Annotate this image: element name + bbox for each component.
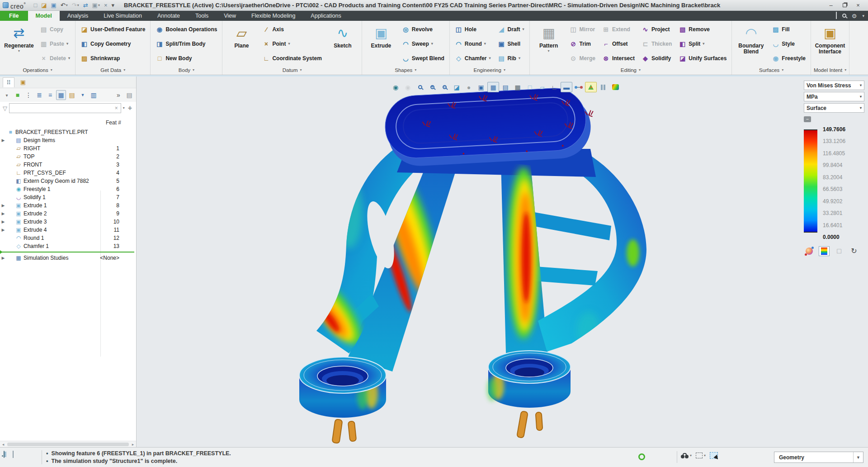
scroll-right-icon[interactable]: ▸ [130,442,136,447]
extrude-button[interactable]: ▣Extrude [364,22,398,66]
freestyle-button[interactable]: ◉Freestyle [770,54,807,63]
zoom-in-button[interactable] [426,82,438,92]
customize-qat-button[interactable]: ▾ [110,2,116,9]
fill-button[interactable]: ▨Fill [770,25,807,34]
point-button[interactable]: ×Point▾ [261,39,323,49]
draft-button[interactable]: ◢Draft▾ [496,25,526,34]
remove-button[interactable]: ▧Remove [677,25,728,34]
minimize-button[interactable]: – [827,2,835,9]
result-display-select[interactable]: Surface ▾ [804,103,864,113]
caret-down-icon[interactable]: ▼ [853,452,863,462]
close-window-button[interactable]: × [103,2,109,9]
collapse-all-button[interactable]: ≡ [45,90,55,100]
user-defined-feature-button[interactable]: ◪User-Defined Feature [79,25,146,34]
ribbon-group-label-model-intent[interactable]: Model Intent▾ [811,66,849,75]
ribbon-group-label-operations[interactable]: Operations▾ [0,66,75,75]
chamfer-button[interactable]: ◇Chamfer▾ [453,54,492,63]
scroll-left-icon[interactable]: ◂ [0,442,6,447]
trim-button[interactable]: ⊘Trim [568,39,597,49]
expand-caret-icon[interactable]: ▶ [0,203,6,208]
tree-item[interactable]: ◡Solidify 17 [0,193,136,201]
pause-results-button[interactable] [597,82,609,92]
copy-geometry-button[interactable]: ◧Copy Geometry [79,39,146,49]
search-icon[interactable] [842,13,846,19]
result-quantity-select[interactable]: Von Mises Stress ▾ [804,81,864,90]
tab-applications[interactable]: Applications [303,11,349,21]
overflow-button[interactable]: » [113,90,123,100]
ribbon-group-label-engineering[interactable]: Engineering▾ [450,66,529,75]
ribbon-group-label-get-data[interactable]: Get Data▾ [75,66,150,75]
model-cube-button[interactable]: ■ [13,90,23,100]
style-button[interactable]: ◡Style [770,39,807,49]
tree-item[interactable]: ▱RIGHT1 [0,144,136,152]
component-interface-button[interactable]: ▣Component Interface [813,22,847,66]
extend-button[interactable]: ⊞Extend [601,25,636,34]
gear-icon[interactable]: ⚙ [852,13,857,19]
tab-flexible-modeling[interactable]: Flexible Modeling [244,11,303,21]
refit-button[interactable]: ◪ [451,82,462,92]
add-filter-button[interactable]: + [127,104,133,112]
delete-button[interactable]: ×Delete▾ [38,54,71,63]
tab-tools[interactable]: Tools [188,11,216,21]
tab-model[interactable]: Model [28,11,60,21]
model-canvas[interactable] [137,76,868,447]
shading-style-button[interactable]: ● [463,82,475,92]
tree-item[interactable]: ▶▣Extrude 310 [0,218,136,226]
view-manager-button[interactable]: ▤ [500,82,511,92]
tree-item[interactable]: ◇Chamfer 113 [0,242,136,250]
tree-item[interactable]: ◧Extern Copy Geom id 78825 [0,177,136,185]
tree-item[interactable]: ▶▣Extrude 18 [0,201,136,210]
ribbon-group-label-datum[interactable]: Datum▾ [222,66,361,75]
minimize-ribbon-icon[interactable] [836,13,837,19]
boolean-operations-button[interactable]: ◉Boolean Operations [154,25,218,34]
tree-item[interactable]: ▱FRONT3 [0,161,136,169]
legend-display-button[interactable] [819,246,830,256]
revolve-button[interactable]: ◎Revolve [401,25,446,34]
agent-status-icon[interactable] [638,453,645,460]
tree-search-input[interactable]: × [9,103,121,113]
collapse-legend-button[interactable]: − [804,116,811,122]
tab-annotate[interactable]: Annotate [150,11,188,21]
tree-item[interactable]: ▱TOP2 [0,152,136,161]
new-annotation-button[interactable]: ▤ [67,90,77,100]
overlay-model-button[interactable]: □ [834,246,844,256]
simulation-results-button[interactable] [585,82,597,92]
tree-item[interactable]: ▶▤Design Items [0,136,136,144]
clear-search-icon[interactable]: × [114,105,119,111]
open-button[interactable]: ◪ [40,2,48,9]
offset-button[interactable]: ⌐Offset [601,39,636,49]
ribbon-group-label-body[interactable]: Body▾ [151,66,222,75]
expand-caret-icon[interactable]: ▶ [0,211,6,216]
hole-button[interactable]: ◫Hole [453,25,492,34]
expand-caret-icon[interactable]: ▶ [0,256,6,260]
new-file-button[interactable]: □ [32,2,38,9]
expand-caret-icon[interactable]: ▶ [0,228,6,232]
selection-filter-select[interactable]: Geometry ▼ [774,452,863,463]
sweep-button[interactable]: ◠Sweep▾ [401,39,446,49]
tree-search-field[interactable] [11,105,114,111]
panel-tab-folder-browser[interactable]: ▣ [17,77,29,87]
merge-button[interactable]: ⊙Merge [568,54,597,63]
project-button[interactable]: ∿Project [640,25,673,34]
paste-button[interactable]: ▥Paste▾ [38,39,71,49]
swept-blend-button[interactable]: ◡Swept Blend [401,54,446,63]
shrinkwrap-button[interactable]: ▨Shrinkwrap [79,54,146,63]
tab-file[interactable]: File [0,11,28,21]
selection-filter-box-button[interactable]: ▾ [696,453,706,458]
boundary-blend-button[interactable]: ◠Boundary Blend [734,22,768,66]
tree-horizontal-scrollbar[interactable]: ◂ ▸ [0,441,136,447]
save-button[interactable]: ▣ [50,2,58,9]
tree-item[interactable]: ∟PRT_CSYS_DEF4 [0,169,136,177]
caret-down-icon[interactable]: ▾ [862,14,864,18]
kebab-button[interactable]: ⋮ [24,90,33,100]
settings-list-button[interactable]: ▤ [124,90,134,100]
close-button[interactable]: × [854,2,862,9]
coordinate-system-button[interactable]: ∟Coordinate System [261,54,323,63]
split-trim-body-button[interactable]: ◨Split/Trim Body [154,39,218,49]
restore-button[interactable] [841,2,848,9]
select-pointer-button[interactable] [710,452,718,459]
zoom-region-button[interactable] [414,82,426,92]
plane-button[interactable]: ▱Plane [225,22,258,66]
blank-card-button[interactable] [13,451,14,457]
view-visibility-button[interactable]: ◉ [390,82,401,92]
